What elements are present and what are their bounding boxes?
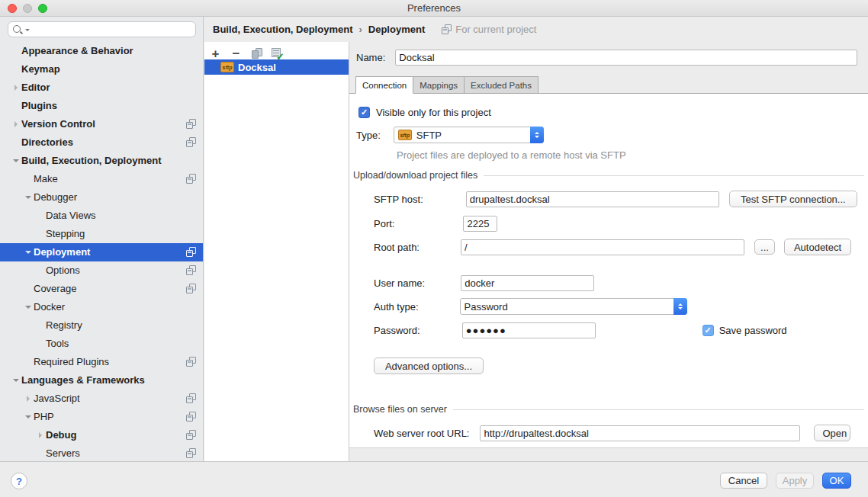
type-select-stepper-icon: [530, 127, 544, 143]
sidebar-item-label: Keymap: [21, 60, 60, 79]
sidebar-item-data-views[interactable]: Data Views: [0, 207, 204, 225]
sidebar-item-label: Version Control: [21, 115, 95, 133]
sidebar-item-version-control[interactable]: Version Control: [0, 115, 204, 133]
auth-type-select[interactable]: Password: [460, 298, 687, 315]
ok-button[interactable]: OK: [822, 473, 851, 489]
tree-collapsed-arrow-icon[interactable]: [23, 393, 34, 404]
per-project-settings-icon: [186, 119, 196, 129]
section-divider: [453, 409, 864, 410]
sidebar-item-javascript[interactable]: JavaScript: [0, 390, 204, 408]
type-label: Type:: [356, 130, 381, 141]
cancel-button[interactable]: Cancel: [720, 473, 767, 489]
sidebar-item-label: PHP: [34, 408, 54, 426]
visible-only-label: Visible only for this project: [376, 107, 491, 118]
apply-button[interactable]: Apply: [776, 473, 814, 489]
remove-server-icon[interactable]: −: [230, 47, 243, 60]
advanced-options-button[interactable]: Advanced options...: [374, 358, 484, 374]
sidebar-item-plugins[interactable]: Plugins: [0, 97, 204, 115]
sidebar-item-keymap[interactable]: Keymap: [0, 60, 204, 79]
sidebar-item-debugger[interactable]: Debugger: [0, 188, 204, 207]
per-project-settings-icon: [186, 412, 196, 422]
type-hint: Project files are deployed to a remote h…: [397, 149, 626, 161]
per-project-settings-icon: [186, 430, 196, 440]
tree-collapsed-arrow-icon[interactable]: [11, 82, 21, 93]
password-label: Password:: [374, 325, 420, 336]
type-select[interactable]: sftp SFTP: [394, 127, 544, 143]
per-project-settings-icon: [186, 357, 196, 367]
password-input[interactable]: [462, 322, 596, 338]
copy-server-icon[interactable]: [250, 47, 263, 60]
test-sftp-connection-button[interactable]: Test SFTP connection...: [729, 191, 857, 207]
sidebar-item-label: Plugins: [21, 97, 57, 115]
use-as-default-icon[interactable]: ✓: [271, 47, 284, 60]
sidebar-item-docker[interactable]: Docker: [0, 298, 204, 316]
tree-arrow-spacer: [23, 174, 34, 184]
sidebar-item-servers[interactable]: Servers: [0, 444, 204, 461]
port-input[interactable]: [463, 216, 497, 232]
user-name-input[interactable]: [461, 275, 594, 291]
breadcrumb-current[interactable]: Deployment: [368, 24, 425, 35]
sidebar-item-php[interactable]: PHP: [0, 408, 204, 426]
autodetect-button[interactable]: Autodetect: [784, 239, 851, 255]
sidebar-item-options[interactable]: Options: [0, 261, 204, 280]
visible-only-checkbox[interactable]: ✓: [358, 107, 370, 118]
sidebar-item-label: Debugger: [34, 188, 77, 207]
tree-expanded-arrow-icon[interactable]: [23, 412, 34, 422]
root-path-input[interactable]: [461, 239, 744, 255]
tree-arrow-spacer: [11, 46, 21, 56]
auth-type-value: Password: [465, 301, 508, 313]
tree-collapsed-arrow-icon[interactable]: [11, 119, 21, 130]
tree-collapsed-arrow-icon[interactable]: [35, 430, 46, 441]
sftp-host-input[interactable]: [466, 191, 719, 207]
sidebar-item-directories[interactable]: Directories: [0, 133, 204, 152]
tree-arrow-spacer: [11, 64, 21, 75]
breadcrumb-parent[interactable]: Build, Execution, Deployment: [213, 24, 352, 35]
per-project-settings-icon: [186, 247, 196, 257]
sidebar-item-label: Tools: [46, 335, 69, 353]
search-icon: [12, 24, 23, 35]
tab-excluded-paths[interactable]: Excluded Paths: [465, 76, 538, 94]
tree-expanded-arrow-icon[interactable]: [11, 156, 21, 166]
tab-mappings[interactable]: Mappings: [413, 76, 465, 94]
server-list-toolbar: + − ✓: [209, 46, 284, 61]
open-button[interactable]: Open: [814, 425, 850, 441]
sidebar-item-languages-frameworks[interactable]: Languages & Frameworks: [0, 371, 204, 390]
tree-expanded-arrow-icon[interactable]: [23, 192, 34, 203]
tree-arrow-spacer: [35, 338, 46, 349]
sidebar-item-required-plugins[interactable]: Required Plugins: [0, 353, 204, 371]
footer-bar: ? Cancel Apply OK: [0, 461, 868, 497]
preferences-window: Preferences Appearance & BehaviorKeymapE…: [0, 0, 868, 497]
sidebar-item-build-execution-deployment[interactable]: Build, Execution, Deployment: [0, 152, 204, 170]
server-list-item-docksal[interactable]: sftp Docksal: [204, 59, 349, 75]
title-bar: Preferences: [0, 0, 868, 17]
tree-expanded-arrow-icon[interactable]: [11, 375, 21, 386]
sidebar-item-coverage[interactable]: Coverage: [0, 280, 204, 298]
save-password-checkbox[interactable]: ✓: [702, 325, 714, 336]
connection-tab-content: ✓ Visible only for this project Type: sf…: [349, 93, 868, 448]
sidebar-item-editor[interactable]: Editor: [0, 79, 204, 97]
sidebar-item-make[interactable]: Make: [0, 170, 204, 188]
tree-arrow-spacer: [23, 357, 34, 367]
per-project-settings-icon: [186, 265, 196, 275]
add-server-icon[interactable]: +: [209, 47, 222, 60]
section-upload-label: Upload/download project files: [353, 170, 477, 181]
sidebar-item-deployment[interactable]: Deployment: [0, 243, 204, 261]
tree-expanded-arrow-icon[interactable]: [23, 247, 34, 258]
sidebar-item-stepping[interactable]: Stepping: [0, 225, 204, 243]
search-input[interactable]: [30, 23, 195, 36]
tree-arrow-spacer: [35, 320, 46, 331]
sidebar-item-tools[interactable]: Tools: [0, 335, 204, 353]
sidebar-item-appearance-behavior[interactable]: Appearance & Behavior: [0, 42, 204, 60]
settings-search-field[interactable]: [8, 21, 196, 37]
type-value: SFTP: [416, 130, 442, 141]
tree-expanded-arrow-icon[interactable]: [23, 302, 34, 313]
browse-root-path-button[interactable]: ...: [754, 239, 775, 255]
tab-connection[interactable]: Connection: [355, 76, 413, 94]
sidebar-item-registry[interactable]: Registry: [0, 316, 204, 335]
web-root-input[interactable]: [480, 425, 800, 441]
name-input[interactable]: [395, 50, 857, 66]
per-project-settings-icon: [186, 448, 196, 458]
sidebar-item-label: Servers: [46, 444, 80, 461]
sidebar-item-debug[interactable]: Debug: [0, 426, 204, 444]
help-button[interactable]: ?: [11, 473, 27, 489]
